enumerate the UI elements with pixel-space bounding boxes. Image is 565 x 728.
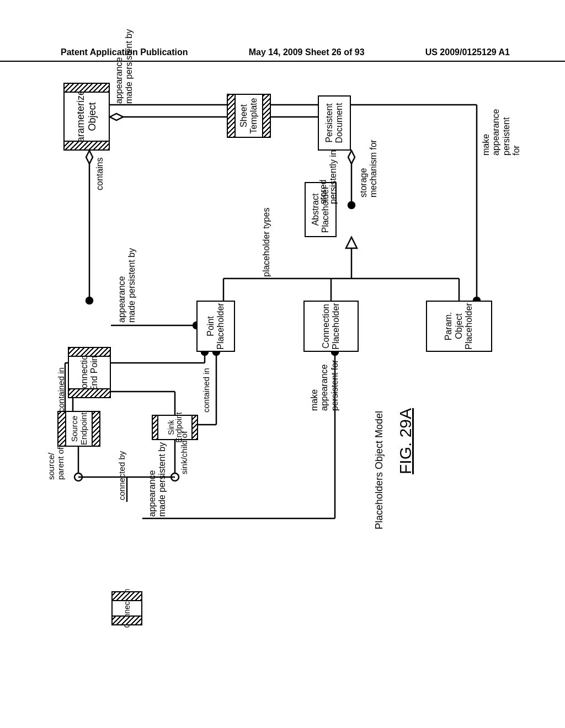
label-connected-by: connected by <box>117 451 126 500</box>
figure-title: Placeholders Object Model <box>374 411 385 529</box>
svg-marker-7 <box>346 237 357 248</box>
label-appearance-made-persistent-by-cep: appearance made persistent by <box>117 248 137 323</box>
header-center: May 14, 2009 Sheet 26 of 93 <box>249 47 365 57</box>
figure-number: FIG. 29A <box>396 408 415 474</box>
box-source-endpoint: Source Endpoint <box>57 411 100 447</box>
box-param-object-placeholder: Param. Object Placeholder <box>426 301 492 352</box>
label-make-appearance-persistent-for: make appearance persistent for <box>481 109 522 156</box>
svg-point-5 <box>348 202 355 208</box>
box-label: Connection <box>123 589 131 628</box>
box-label: Persistent Document <box>324 99 344 147</box>
label-stored-persistently-in: stored persistently in <box>318 150 339 204</box>
box-label: Parameterized Object <box>75 84 98 149</box>
box-persistent-document: Persistent Document <box>318 95 351 151</box>
box-label: Point Placeholder <box>206 303 226 350</box>
label-appearance-made-persistent-by-top: appearance made persistent by <box>114 29 135 104</box>
svg-marker-13 <box>86 151 93 164</box>
box-point-placeholder: Point Placeholder <box>196 301 235 352</box>
label-contained-in-source: contained in <box>56 367 66 412</box>
box-label: Connection End Point <box>79 350 100 395</box>
box-label: Source Endpoint <box>66 413 92 445</box>
box-label: Connection Placeholder <box>321 303 342 350</box>
svg-marker-4 <box>348 151 355 164</box>
label-contains: contains <box>95 157 105 190</box>
box-connection-end-point: Connection End Point <box>68 347 111 398</box>
fig-number-text: FIG. 29A <box>396 408 414 474</box>
svg-point-14 <box>86 297 93 304</box>
label-source-parent-of: source/ parent of <box>46 447 66 480</box>
label-storage-mechanism-for: storage mechanism for <box>359 140 379 197</box>
box-parameterized-object: Parameterized Object <box>63 83 110 151</box>
label-make-appearance-persistent-for-conn: make appearance persistent for <box>310 360 340 411</box>
svg-marker-1 <box>110 114 123 120</box>
label-sink-child-of: sink/child of <box>179 431 189 474</box>
box-connection: Connection <box>111 591 142 625</box>
box-label: Sheet Template <box>236 95 262 137</box>
label-placeholder-types: placeholder types <box>262 208 271 277</box>
header-right: US 2009/0125129 A1 <box>425 47 510 57</box>
box-sheet-template: Sheet Template <box>227 94 271 138</box>
label-appearance-made-persistent-by-conn: appearance made persistent by <box>147 442 168 517</box>
diagram-area: Parameterized Object Sheet Template Pers… <box>62 83 503 689</box>
box-connection-placeholder: Connection Placeholder <box>303 301 359 352</box>
box-label: Param. Object Placeholder <box>444 302 474 351</box>
box-sink-endpoint: Sink Endpoint <box>152 415 198 440</box>
label-contained-in-sink: contained in <box>201 368 211 413</box>
